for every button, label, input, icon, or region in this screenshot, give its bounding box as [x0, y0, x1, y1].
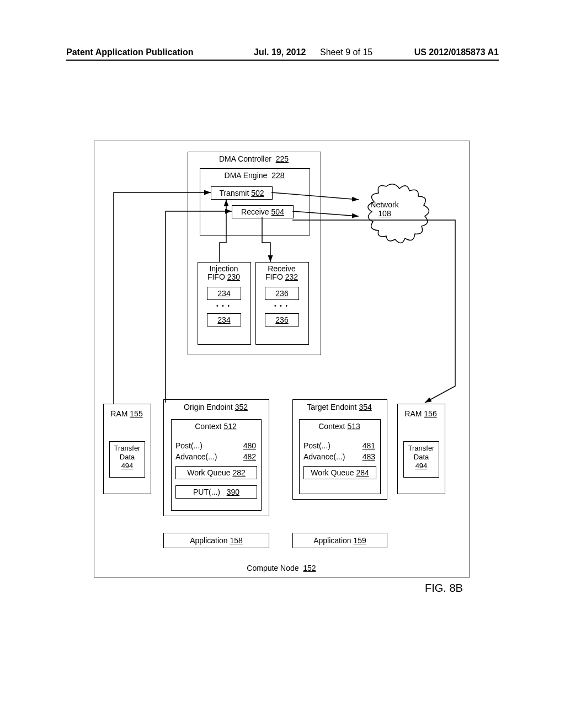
app-left-box: Application 158 [163, 533, 269, 548]
ram-right-label: RAM 156 [397, 409, 444, 418]
header-sheet: Sheet 9 of 15 [320, 47, 372, 57]
rec-ellipsis: • • • [265, 303, 298, 309]
header-date: Jul. 19, 2012 [254, 47, 306, 57]
compute-node-label: Compute Node 152 [221, 564, 342, 572]
injection-fifo-label: Injection FIFO 230 [198, 265, 250, 281]
transfer-data-right-box: Transfer Data 494 [403, 441, 439, 478]
dma-controller-label: DMA Controller 225 [188, 154, 320, 163]
transmit-box: Transmit 502 [211, 186, 273, 200]
page-header: Patent Application Publication Jul. 19, … [66, 47, 499, 61]
receive-box: Receive 504 [232, 205, 294, 218]
context-right-label: Context 513 [299, 422, 380, 431]
work-queue-right-box: Work Queue 284 [303, 466, 376, 479]
inj-item-b: 234 [207, 313, 241, 326]
put-box: PUT(...) 390 [175, 485, 257, 499]
rec-item-b: 236 [265, 313, 299, 326]
target-endpoint-label: Target Endoint 354 [292, 403, 386, 411]
rec-item-a: 236 [265, 287, 299, 300]
figure-label: FIG. 8B [425, 582, 463, 595]
advance-right-label: Advance(...) 483 [303, 452, 375, 461]
transfer-data-left-box: Transfer Data 494 [109, 441, 145, 478]
post-right-label: Post(...) 481 [303, 441, 375, 450]
header-pubno: US 2012/0185873 A1 [414, 47, 499, 57]
header-left: Patent Application Publication [66, 47, 194, 57]
work-queue-left-box: Work Queue 282 [175, 466, 257, 479]
origin-endpoint-label: Origin Endoint 352 [163, 403, 268, 411]
post-left-label: Post(...) 480 [175, 441, 256, 450]
app-right-box: Application 159 [292, 533, 387, 548]
ram-left-label: RAM 155 [103, 409, 150, 418]
inj-ellipsis: • • • [207, 303, 240, 309]
receive-fifo-label: Receive FIFO 232 [255, 265, 308, 281]
dma-engine-label: DMA Engine 228 [200, 171, 309, 180]
inj-item-a: 234 [207, 287, 241, 300]
advance-left-label: Advance(...) 482 [175, 452, 256, 461]
network-label: Network 108 [360, 200, 409, 218]
context-left-label: Context 512 [171, 422, 260, 431]
